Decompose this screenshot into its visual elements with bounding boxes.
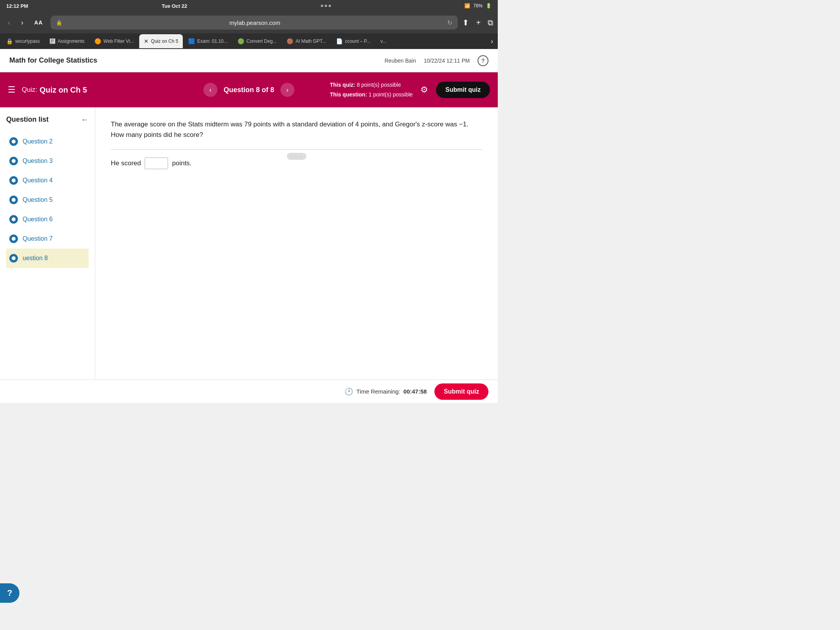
tab-aimath-label: AI Math GPT... xyxy=(296,38,326,44)
quiz-header-right: This quiz: 8 point(s) possible This ques… xyxy=(330,80,490,100)
tab-exam[interactable]: 🟦 Exam: 01.10... xyxy=(184,34,232,48)
question-item-3[interactable]: Question 3 xyxy=(6,151,89,171)
q8-radio xyxy=(9,254,18,262)
tab-assignments[interactable]: 🅿 Assignments xyxy=(45,34,89,48)
next-question-button[interactable]: › xyxy=(280,83,294,97)
tab-webfilter[interactable]: 🟠 Web Filter Vi... xyxy=(90,34,138,48)
tab-securlypass-label: securlypass xyxy=(15,38,40,44)
settings-button[interactable]: ⚙ xyxy=(420,85,428,95)
divider-dots: · · · xyxy=(287,153,306,160)
browser-chrome: ‹ › AA 🔒 mylab.pearson.com ↻ ⬆ + ⧉ xyxy=(0,12,498,33)
timer-icon: 🕐 xyxy=(345,387,353,396)
tab-exam-label: Exam: 01.10... xyxy=(197,38,227,44)
browser-actions: ⬆ + ⧉ xyxy=(462,18,493,27)
main-area: Question list ← Question 2 Question 3 Qu… xyxy=(0,107,498,380)
this-question-label: This question: xyxy=(330,91,367,98)
new-tab-button[interactable]: + xyxy=(476,18,481,27)
assignments-icon: 🅿 xyxy=(50,38,55,44)
question-item-8[interactable]: uestion 8 xyxy=(6,248,89,268)
question-item-2[interactable]: Question 2 xyxy=(6,132,89,151)
tabs-bar: 🔒 securlypass 🅿 Assignments 🟠 Web Filter… xyxy=(0,33,498,49)
site-header-right: Reuben Bain 10/22/24 12:11 PM ? xyxy=(385,55,488,66)
status-dots xyxy=(321,5,331,7)
account-icon: 📄 xyxy=(336,38,343,44)
time-remaining-label: Time Remaining: xyxy=(356,388,400,395)
quizch5-close-icon[interactable]: ✕ xyxy=(144,38,149,44)
battery-icon: 🔋 xyxy=(486,3,492,9)
battery-level: 76% xyxy=(473,3,483,9)
q2-radio xyxy=(9,137,18,146)
q6-label: Question 6 xyxy=(23,216,52,223)
prev-question-button[interactable]: ‹ xyxy=(203,83,217,97)
q5-label: Question 5 xyxy=(23,196,52,203)
tab-v[interactable]: v... xyxy=(376,34,391,48)
tabs-button[interactable]: ⧉ xyxy=(488,18,493,27)
status-bar: 12:12 PM Tue Oct 22 📶 76% 🔋 xyxy=(0,0,498,12)
tab-quizch5-label: Quiz on Ch 5 xyxy=(151,38,178,44)
quiz-title: Quiz on Ch 5 xyxy=(40,86,87,94)
answer-input[interactable] xyxy=(145,158,168,169)
tab-convert[interactable]: 🟢 Convert Deg... xyxy=(233,34,281,48)
q3-radio xyxy=(9,157,18,165)
time-remaining: 🕐 Time Remaining: 00:47:58 xyxy=(345,387,427,396)
question-list-header: Question list ← xyxy=(6,115,89,124)
status-time: 12:12 PM xyxy=(6,3,28,9)
quiz-points-value: 8 point(s) possible xyxy=(357,82,401,88)
tab-aimath[interactable]: 🟤 AI Math GPT... xyxy=(282,34,331,48)
bottom-bar: 🕐 Time Remaining: 00:47:58 Submit quiz xyxy=(0,380,498,403)
tab-v-label: v... xyxy=(380,38,386,44)
question-list-title: Question list xyxy=(6,116,49,124)
tabs-expand-button[interactable]: › xyxy=(488,36,496,47)
submit-quiz-bottom-button[interactable]: Submit quiz xyxy=(434,383,488,400)
status-right: 📶 76% 🔋 xyxy=(464,3,492,9)
securlypass-icon: 🔒 xyxy=(6,38,13,44)
status-day: Tue Oct 22 xyxy=(162,3,187,9)
tab-quizch5[interactable]: ✕ Quiz on Ch 5 xyxy=(139,34,183,48)
q3-label: Question 3 xyxy=(23,158,52,164)
quiz-header: ☰ Quiz: Quiz on Ch 5 ‹ Question 8 of 8 ›… xyxy=(0,72,498,107)
collapse-sidebar-button[interactable]: ← xyxy=(81,115,89,124)
quiz-label: Quiz: xyxy=(22,86,37,94)
webfilter-icon: 🟠 xyxy=(94,38,101,44)
this-quiz-label: This quiz: xyxy=(330,82,355,88)
address-bar[interactable]: 🔒 mylab.pearson.com ↻ xyxy=(51,16,458,30)
help-button[interactable]: ? xyxy=(478,55,488,66)
tab-webfilter-label: Web Filter Vi... xyxy=(103,38,134,44)
tab-securlypass[interactable]: 🔒 securlypass xyxy=(2,34,44,48)
quiz-navigation: ‹ Question 8 of 8 › xyxy=(203,83,294,97)
tab-assignments-label: Assignments xyxy=(58,38,84,44)
time-remaining-value: 00:47:58 xyxy=(403,388,427,395)
q6-radio xyxy=(9,215,18,224)
question-list-sidebar: Question list ← Question 2 Question 3 Qu… xyxy=(0,107,95,380)
question-item-5[interactable]: Question 5 xyxy=(6,190,89,210)
tab-account[interactable]: 📄 ccount – P... xyxy=(331,34,375,48)
address-url: mylab.pearson.com xyxy=(65,19,444,26)
question-content-area: The average score on the Stats midterm w… xyxy=(95,107,498,380)
question-item-6[interactable]: Question 6 xyxy=(6,210,89,229)
question-counter: Question 8 of 8 xyxy=(224,86,274,94)
q4-label: Question 4 xyxy=(23,177,52,184)
share-button[interactable]: ⬆ xyxy=(462,18,469,27)
back-button[interactable]: ‹ xyxy=(5,17,13,28)
q7-radio xyxy=(9,234,18,243)
q8-label: uestion 8 xyxy=(23,255,48,262)
question-item-7[interactable]: Question 7 xyxy=(6,229,89,248)
divider xyxy=(111,149,482,150)
q2-label: Question 2 xyxy=(23,138,52,145)
answer-prefix: He scored xyxy=(111,159,141,167)
aimath-icon: 🟤 xyxy=(287,38,293,44)
forward-button[interactable]: › xyxy=(18,17,26,28)
question-points-value: 1 point(s) possible xyxy=(369,91,413,98)
reload-button[interactable]: ↻ xyxy=(447,19,452,26)
quiz-points-info: This quiz: 8 point(s) possible This ques… xyxy=(330,80,413,100)
text-size-button[interactable]: AA xyxy=(31,18,46,27)
tab-account-label: ccount – P... xyxy=(345,38,370,44)
submit-quiz-top-button[interactable]: Submit quiz xyxy=(436,82,490,98)
question-text: The average score on the Stats midterm w… xyxy=(111,119,482,140)
quiz-menu-button[interactable]: ☰ xyxy=(8,85,16,95)
question-item-4[interactable]: Question 4 xyxy=(6,171,89,190)
q5-radio xyxy=(9,196,18,204)
site-header: Math for College Statistics Reuben Bain … xyxy=(0,49,498,72)
q7-label: Question 7 xyxy=(23,235,52,242)
exam-icon: 🟦 xyxy=(188,38,195,44)
